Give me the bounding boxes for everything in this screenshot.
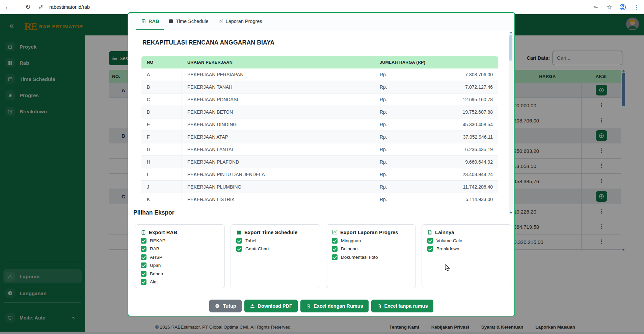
checkbox-checked[interactable] [427,246,433,252]
chart-icon [332,229,338,235]
button-label: Tutup [223,303,236,309]
rekap-row: HPEKERJAAN PLAFONDRp.9.660.644,92 [141,156,498,168]
button-label: Download PDF [258,303,292,309]
card-title: Export Time Schedule [244,229,297,235]
checkbox-checked[interactable] [427,238,433,244]
rekap-col-jumlah: JUMLAH HARGA (RP) [374,56,498,68]
rekap-row: IPEKERJAAN PINTU DAN JENDELARp.23.403.94… [141,168,498,181]
tab-laporan-progres[interactable]: Laporan Progres [213,13,267,30]
export-modal: RAB Time Schedule Laporan Progres REKAPI… [128,12,515,316]
card-title: Lainnya [435,229,454,235]
browser-menu-icon[interactable]: ⋮ [631,2,641,12]
rekap-header-row: NO URAIAN PEKERJAAN JUMLAH HARGA (RP) [141,56,498,68]
download-pdf-button[interactable]: Download PDF [244,300,298,312]
export-option[interactable]: Tabel [236,238,315,244]
calendar-icon [236,230,242,235]
rekap-table-container: NO URAIAN PEKERJAAN JUMLAH HARGA (RP) AP… [141,56,498,202]
calendar-icon [168,19,173,24]
rekap-row: BPEKERJAAN TANAHRp.7.072.127,46 [141,81,498,93]
site-info-icon[interactable] [36,2,46,12]
url-text[interactable]: rabestimator.id/rab [49,4,90,10]
export-option[interactable]: Gantt Chart [236,246,315,252]
modal-button-row: Tutup Download PDF Excel dengan Rumus Ex… [128,300,514,312]
button-label: Excel dengan Rumus [314,303,363,309]
rekap-row: FPEKERJAAN ATAPRp.37.052.946,11 [141,131,498,143]
rekap-row: DPEKERJAAN BETONRp.19.752.607,88 [141,106,498,118]
refresh-icon[interactable]: ↻ [23,2,33,12]
tab-time-schedule[interactable]: Time Schedule [164,13,213,30]
rekap-col-no: NO [141,56,182,68]
export-option[interactable]: Mingguan [332,238,410,244]
checkbox-checked[interactable] [141,238,146,244]
checkbox-checked[interactable] [141,254,146,260]
rekap-row: CPEKERJAAN PONDASIRp.12.695.160,78 [141,93,498,106]
back-icon[interactable]: ← [3,2,13,12]
checkbox-checked[interactable] [141,246,146,252]
export-option[interactable]: Dokumentasi Foto [332,254,410,260]
rekap-row: JPEKERJAAN PLUMBINGRp.11.742.206,40 [141,181,498,193]
download-icon [250,303,255,309]
export-option[interactable]: Breakdown [427,246,506,252]
checkbox-checked[interactable] [236,246,242,252]
excel-with-formula-button[interactable]: Excel dengan Rumus [300,300,369,312]
checkbox-checked[interactable] [141,279,146,285]
card-title: Export Laporan Progres [340,229,398,235]
rekap-table: NO URAIAN PEKERJAAN JUMLAH HARGA (RP) AP… [141,56,498,202]
excel-icon [306,304,311,309]
modal-tabbar: RAB Time Schedule Laporan Progres [128,13,514,30]
rekap-row: APEKERJAAN PERSIAPANRp.7.808.706,00 [141,68,498,81]
export-option[interactable]: AHSP [141,254,219,260]
checkbox-checked[interactable] [332,246,338,252]
forward-icon[interactable]: → [13,2,23,12]
close-circle-icon [215,303,220,309]
export-card-lainnya: Lainnya Volume Calc Breakdown [422,224,511,288]
excel-icon [377,304,382,309]
checkbox-checked[interactable] [332,254,338,260]
card-title: Export RAB [149,229,177,235]
export-heading: Pilihan Ekspor [133,209,175,216]
export-card-rab: Export RAB REKAP RAB AHSP Upah Bahan Ala… [135,224,225,288]
checkbox-checked[interactable] [236,238,242,244]
export-option[interactable]: Bulanan [332,246,410,252]
mouse-cursor [444,264,451,272]
clipboard-icon [141,230,146,235]
bookmark-star-icon[interactable]: ☆ [604,2,614,12]
tab-label: Time Schedule [176,19,208,24]
clipboard-icon [141,19,146,24]
browser-profile-icon[interactable] [618,2,628,12]
excel-without-formula-button[interactable]: Excel tanpa rumus [371,300,433,312]
export-card-laporan-progres: Export Laporan Progres Mingguan Bulanan … [326,224,416,288]
export-option[interactable]: Alat [141,279,219,285]
export-option[interactable]: Bahan [141,271,219,277]
password-key-icon[interactable] [591,2,601,12]
export-option[interactable]: Upah [141,263,219,269]
rekap-row: KPEKERJAAN LISTRIKRp.5.114.933,00 [141,193,498,202]
export-card-time-schedule: Export Time Schedule Tabel Gantt Chart [231,224,320,288]
tab-label: Laporan Progres [226,19,262,24]
modal-title: REKAPITULASI RENCANA ANGGARAN BIAYA [142,39,274,46]
checkbox-checked[interactable] [141,262,146,268]
rekap-row: EPEKERJAAN DINDINGRp.45.330.458,54 [141,118,498,131]
export-option[interactable]: RAB [141,246,219,252]
chart-icon [218,19,223,24]
close-button[interactable]: Tutup [209,300,241,312]
tab-label: RAB [149,19,159,24]
screen: ← → ↻ rabestimator.id/rab ☆ ⋮ [0,0,644,334]
rekap-col-uraian: URAIAN PEKERJAAN [182,56,374,68]
tab-rab[interactable]: RAB [136,13,164,30]
rekap-row: GPEKERJAAN LANTAIRp.6.236.435,19 [141,143,498,156]
checkbox-checked[interactable] [141,271,146,277]
checkbox-checked[interactable] [332,238,338,244]
modal-scrollbar[interactable] [509,32,513,214]
export-option[interactable]: Volume Calc [427,238,506,244]
pdf-icon [427,230,432,235]
button-label: Excel tanpa rumus [384,303,428,309]
export-option[interactable]: REKAP [141,238,219,244]
divider [128,206,514,206]
